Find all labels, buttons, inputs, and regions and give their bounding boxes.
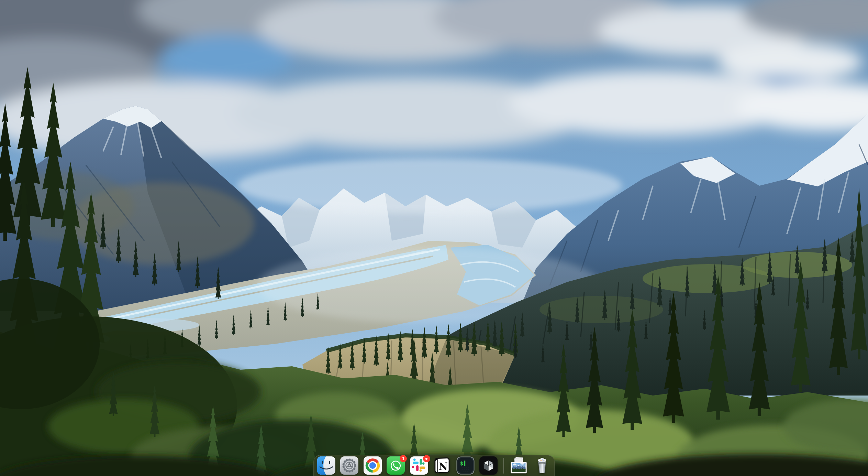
dock-item-system-settings[interactable] bbox=[340, 456, 358, 475]
dock-item-chrome[interactable] bbox=[364, 456, 382, 475]
terminal-icon: $ bbox=[456, 456, 475, 475]
notion-icon: N bbox=[433, 456, 451, 475]
cursor-cube-icon bbox=[479, 456, 498, 475]
desktop[interactable]: 1 N bbox=[0, 0, 868, 476]
chrome-icon bbox=[364, 456, 382, 475]
dock-item-trash[interactable] bbox=[533, 456, 551, 475]
dock-item-finder[interactable] bbox=[317, 456, 335, 475]
dock-item-downloads[interactable] bbox=[510, 456, 528, 475]
dock-separator bbox=[503, 458, 504, 474]
gear-icon bbox=[340, 456, 358, 475]
downloads-stack-icon bbox=[510, 456, 528, 475]
svg-text:N: N bbox=[438, 460, 448, 473]
dock-item-terminal[interactable]: $ bbox=[456, 456, 475, 475]
dock-item-notion[interactable]: N bbox=[433, 456, 451, 475]
slack-notification-badge bbox=[423, 455, 430, 462]
svg-text:$: $ bbox=[460, 460, 463, 467]
whatsapp-notification-badge: 1 bbox=[400, 455, 407, 462]
dock-item-cursor[interactable] bbox=[479, 456, 498, 475]
dock: 1 N bbox=[313, 455, 555, 476]
trash-full-icon bbox=[533, 456, 551, 475]
dock-item-whatsapp[interactable]: 1 bbox=[387, 456, 405, 475]
wallpaper-image bbox=[0, 0, 868, 476]
finder-icon bbox=[317, 456, 335, 475]
dock-item-slack[interactable] bbox=[410, 456, 428, 475]
